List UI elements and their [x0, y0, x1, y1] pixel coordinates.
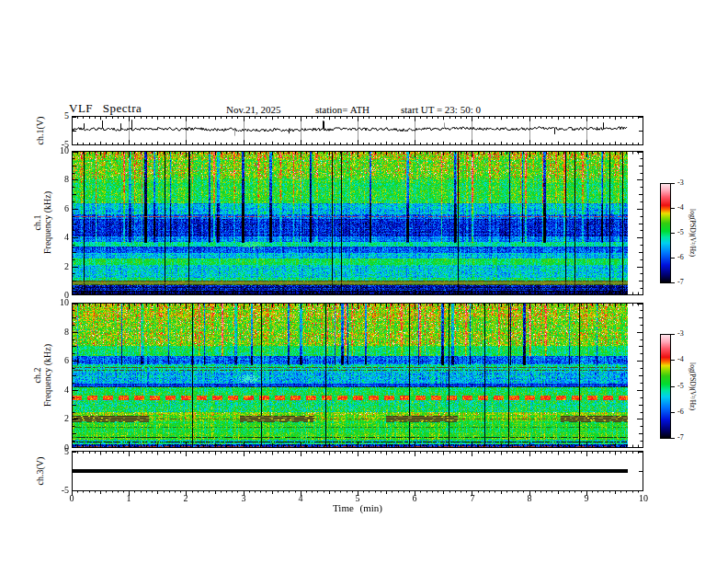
freq-tick: 2 [45, 262, 69, 271]
ch1-wave-axis-title: ch.1(V) [35, 117, 45, 145]
colorbar-ch1 [660, 183, 677, 283]
ch3-axis-title: ch.3(V) [35, 457, 45, 486]
colorbar-tick: -7 [677, 434, 684, 442]
colorbar-tick: -6 [677, 254, 684, 261]
time-tick: 1 [117, 494, 141, 503]
freq-tick: 10 [45, 146, 69, 155]
ch1-spec-axis-title: ch.1 Frequency (kHz) [32, 191, 52, 254]
time-tick: 9 [574, 494, 598, 503]
time-axis-title: Time (min) [333, 502, 382, 513]
colorbar-tick: -5 [677, 383, 684, 390]
colorbar-tick: -7 [677, 279, 684, 286]
ch1-spectrogram-canvas [72, 151, 643, 295]
colorbar2-title: log(PSD)(V²/Hz) [688, 362, 697, 410]
freq-tick: 8 [45, 175, 69, 184]
colorbar-tick: -3 [677, 179, 684, 187]
ch3-ytick: 5 [45, 447, 69, 456]
freq-tick: 10 [45, 298, 69, 307]
ch1-waveform-canvas [72, 116, 643, 145]
wave-ytick: 5 [45, 111, 69, 121]
time-tick: 7 [461, 494, 484, 503]
time-tick: 6 [403, 494, 427, 503]
colorbar-ch2 [660, 334, 677, 439]
colorbar-tick: -4 [677, 356, 684, 363]
ch2-spectrogram-canvas [72, 303, 643, 448]
colorbar-tick: -5 [677, 229, 684, 236]
freq-tick: 4 [45, 385, 69, 395]
ch2-spec-axis-title: ch.2 Frequency (kHz) [32, 344, 52, 407]
freq-tick: 6 [45, 204, 69, 213]
time-tick: 10 [631, 494, 655, 503]
figure-date: Nov.21, 2025 [226, 104, 280, 115]
colorbar-tick: -3 [677, 330, 684, 338]
time-tick: 3 [232, 494, 256, 503]
start-ut-label: start UT = 23: 50: 0 [401, 104, 481, 115]
station-label: station= ATH [315, 104, 370, 115]
colorbar-tick: -4 [677, 204, 684, 212]
freq-tick: 2 [45, 414, 69, 423]
figure-title: VLF Spectra [69, 101, 142, 116]
freq-tick: 4 [45, 233, 69, 242]
freq-tick: 6 [45, 356, 69, 365]
time-tick: 4 [289, 494, 313, 503]
colorbar1-title: log(PSD)(V²/Hz) [688, 209, 697, 257]
ch3-trace-canvas [72, 451, 643, 498]
time-tick: 0 [60, 494, 84, 503]
freq-tick: 8 [45, 327, 69, 337]
vlf-spectra-figure: VLF Spectra Nov.21, 2025 station= ATH st… [0, 0, 728, 563]
colorbar-tick: -6 [677, 408, 684, 416]
time-tick: 2 [174, 494, 198, 503]
time-tick: 8 [518, 494, 541, 503]
